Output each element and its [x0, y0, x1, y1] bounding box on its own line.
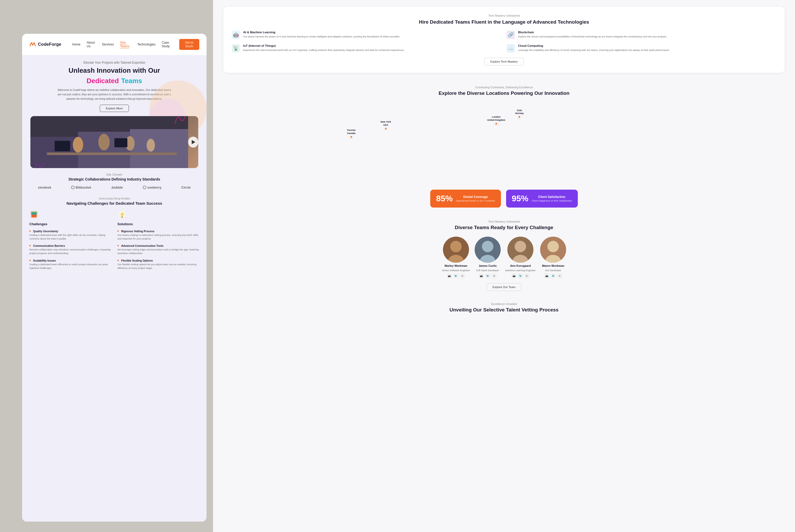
useberry-icon: ⬡ [143, 185, 146, 190]
hero-section: Elevate Your Projects with Tailored Expe… [22, 55, 207, 112]
explore-team-button[interactable]: Explore Our Team [487, 283, 522, 291]
solution-3-title: Flexible Scaling Options [121, 259, 153, 262]
video-section [31, 116, 198, 168]
svg-point-19 [450, 241, 462, 252]
solutions-icon [117, 210, 127, 219]
member-3-instagram[interactable]: 📷 [511, 273, 516, 279]
map-pin-london: LondonUnited Kingdom [487, 116, 505, 125]
map-pin-toronto: TorontoCanada [347, 129, 355, 138]
solution-1-desc: Our teams undergo a meticulous vetting p… [117, 233, 199, 241]
member-1-instagram[interactable]: 📷 [447, 273, 452, 279]
member-2-twitter[interactable]: 🐦 [485, 273, 490, 279]
svg-point-6 [98, 134, 110, 150]
circle-label: Circle [181, 186, 191, 189]
member-2-instagram[interactable]: 📷 [478, 273, 484, 279]
clients-section: Elite Clientele Strategic Collaborations… [22, 168, 207, 193]
nav-cta-button[interactable]: Get in touch [179, 39, 199, 50]
nav-technologies[interactable]: Technologies [137, 43, 155, 46]
nav-home[interactable]: Home [72, 43, 80, 46]
bullet-s1 [117, 230, 119, 232]
iot-title: IoT (Internet of Things) [243, 44, 404, 47]
stat-coverage-number: 85% [436, 194, 453, 203]
bubble-label: .bubble [111, 186, 123, 189]
member-1-linkedin[interactable]: in [460, 273, 465, 279]
challenge-2-desc: Remote collaboration may introduce commu… [30, 248, 111, 255]
solution-3-desc: Our flexible scaling options let you adj… [117, 263, 199, 270]
member-3-linkedin[interactable]: in [524, 273, 529, 279]
svg-rect-14 [31, 212, 37, 214]
bitbucket-label: Bitbucket [76, 186, 91, 189]
stat-satisfaction-label: Client Satisfaction [532, 195, 572, 199]
solution-1-title: Rigorous Vetting Process [121, 230, 154, 233]
client-bitbucket: ⬡ Bitbucket [71, 185, 91, 190]
squiggle-bottom-decoration [33, 160, 49, 168]
locations-section: Connecting Continents, Delivering Excell… [213, 79, 795, 214]
tech-item-iot-content: IoT (Internet of Things) Experience the … [243, 44, 404, 52]
team-card-james: James Curtis Full Stack Developer 📷 🐦 in [475, 236, 500, 279]
nav-services[interactable]: Services [102, 43, 114, 46]
client-useberry: ⬡ useberry [143, 185, 162, 190]
team-card-ann: Ann Korsgaard Machine Learning Engineer … [505, 236, 535, 279]
svg-rect-17 [121, 217, 123, 218]
play-button[interactable] [188, 137, 198, 148]
member-4-twitter[interactable]: 🐦 [550, 273, 556, 279]
avatar-james [475, 236, 500, 263]
member-1-role: Senior Software Engineer [442, 269, 470, 272]
tech-item-blockchain-content: Blockchain Explore the secure and transp… [518, 31, 667, 38]
pin-dot-toronto [350, 136, 353, 138]
member-1-twitter[interactable]: 🐦 [453, 273, 458, 279]
tech-item-cloud: ☁️ Cloud Computing Leverage the scalabil… [507, 44, 776, 53]
hero-title-pink: Dedicated [87, 77, 119, 85]
talent-section: Excellence Unveiled Unveiling Our Select… [213, 297, 795, 324]
hero-cta-button[interactable]: Explore More [100, 105, 129, 112]
nav-case-study[interactable]: Case Study [162, 41, 173, 48]
hero-title-teal: Teams [121, 77, 142, 85]
logo-text: CodeForge [38, 42, 61, 47]
stat-global-coverage: 85% Global Coverage Operational Reach in… [430, 190, 500, 208]
member-3-name: Ann Korsgaard [510, 264, 531, 267]
challenges-col-title: Challenges [30, 222, 111, 226]
ai-title: AI & Machine Learning [243, 31, 400, 34]
blockchain-icon: 🔗 [507, 31, 515, 39]
member-1-name: Marley Workman [444, 264, 467, 267]
challenges-col: Challenges Quality Uncertainty Finding a… [30, 210, 111, 273]
team-title: Diverse Teams Ready for Every Challenge [223, 225, 784, 230]
hero-overline: Elevate Your Projects with Tailored Expe… [33, 61, 196, 64]
client-bubble: .bubble [111, 186, 123, 189]
challenge-3-desc: Scaling a dedicated team efficiently to … [30, 263, 111, 270]
tech-item-iot: 📡 IoT (Internet of Things) Experience th… [232, 44, 501, 53]
avatar-maren [540, 236, 566, 263]
pin-label-new-york: New YorkUSA [381, 120, 391, 127]
member-2-linkedin[interactable]: in [492, 273, 497, 279]
client-zendesk: zendesk [38, 186, 51, 189]
challenge-3-title: Scalability Issues [33, 259, 56, 262]
video-scene [31, 116, 188, 168]
tech-mastery-cta-button[interactable]: Explore Tech Mastery [484, 58, 524, 65]
zendesk-label: zendesk [38, 186, 51, 189]
member-4-instagram[interactable]: 📷 [544, 273, 549, 279]
avatar-maren-img [540, 236, 566, 263]
bullet-2 [30, 245, 31, 246]
member-3-socials: 📷 🐦 in [511, 273, 529, 279]
stat-coverage-label: Global Coverage [456, 195, 495, 199]
member-2-name: James Curtis [478, 264, 496, 267]
logo[interactable]: CodeForge [30, 41, 61, 47]
member-2-role: Full Stack Developer [476, 269, 499, 272]
member-2-socials: 📷 🐦 in [478, 273, 497, 279]
avatar-marley [443, 236, 469, 263]
bitbucket-icon: ⬡ [71, 185, 75, 190]
tech-grid: 🤖 AI & Machine Learning Our teams harnes… [232, 31, 776, 53]
nav-hire-teams[interactable]: Hire Teams [120, 41, 131, 48]
map-stats: 85% Global Coverage Operational Reach in… [223, 190, 784, 208]
stat-coverage-sublabel: Operational Reach in 20+ Countries [456, 199, 495, 202]
member-3-role: Machine Learning Engineer [505, 269, 535, 272]
stat-client-satisfaction: 95% Client Satisfaction Client Happiness… [506, 190, 578, 208]
member-4-linkedin[interactable]: in [557, 273, 562, 279]
member-3-twitter[interactable]: 🐦 [518, 273, 523, 279]
world-map: New YorkUSA LondonUnited Kingdom Toronto… [223, 102, 784, 186]
team-cards: Marley Workman Senior Software Engineer … [223, 236, 784, 279]
svg-rect-9 [55, 141, 70, 151]
svg-point-22 [482, 241, 493, 252]
challenges-icon [30, 210, 39, 219]
nav-about[interactable]: About Us [87, 41, 96, 48]
